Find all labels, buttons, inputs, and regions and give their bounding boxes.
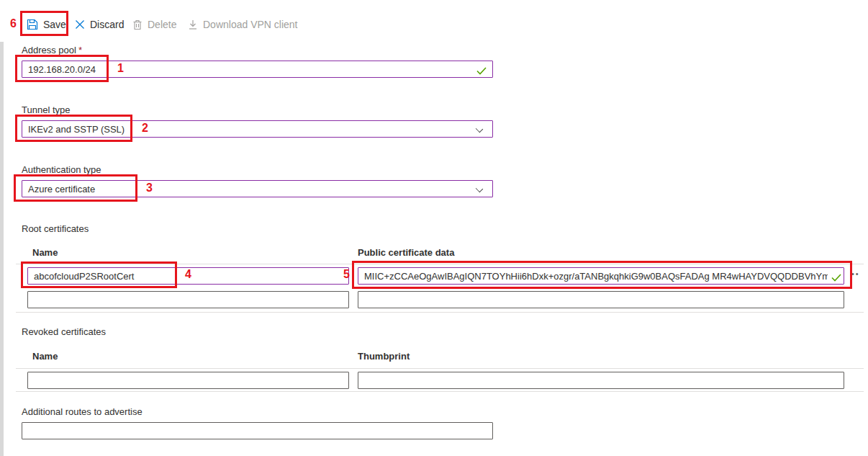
- divider: [16, 391, 864, 392]
- authentication-type-value: Azure certificate: [28, 184, 95, 195]
- save-icon: [27, 19, 38, 30]
- p2s-configuration-page: Save Discard Delete Download VPN client: [0, 0, 868, 456]
- valid-check-icon: [476, 65, 487, 73]
- discard-button[interactable]: Discard: [75, 16, 124, 33]
- delete-label: Delete: [148, 19, 176, 30]
- valid-check-icon: [831, 272, 841, 280]
- discard-x-icon: [75, 19, 85, 30]
- divider: [16, 312, 864, 313]
- required-asterisk: *: [78, 45, 82, 55]
- revoked-certificates-title: Revoked certificates: [22, 326, 106, 337]
- row-context-menu-icon[interactable]: ••: [851, 269, 860, 278]
- download-icon: [188, 19, 198, 30]
- chevron-down-icon: [476, 185, 483, 192]
- annotation-number-6: 6: [10, 17, 17, 30]
- download-vpn-client-button[interactable]: Download VPN client: [188, 16, 298, 33]
- chevron-down-icon: [476, 125, 483, 133]
- trash-icon: [132, 19, 143, 30]
- public-certificate-data-input-empty[interactable]: [358, 291, 844, 308]
- delete-button[interactable]: Delete: [132, 16, 176, 33]
- download-vpn-client-label: Download VPN client: [203, 19, 298, 30]
- divider: [16, 264, 864, 264]
- authentication-type-dropdown[interactable]: Azure certificate: [22, 180, 493, 197]
- save-label: Save: [43, 19, 66, 30]
- annotation-number-4: 4: [185, 268, 191, 281]
- address-pool-label-text: Address pool: [22, 45, 76, 55]
- save-button[interactable]: Save: [27, 16, 66, 33]
- public-certificate-data-header: Public certificate data: [358, 247, 454, 258]
- root-cert-name-input-empty[interactable]: [27, 291, 349, 308]
- address-pool-label: Address pool*: [22, 45, 82, 55]
- root-certificates-title: Root certificates: [22, 223, 89, 234]
- annotation-number-1: 1: [117, 62, 124, 75]
- revoked-cert-name-input[interactable]: [27, 372, 349, 389]
- root-cert-name-header: Name: [32, 247, 58, 258]
- annotation-number-3: 3: [146, 182, 153, 195]
- revoked-cert-thumbprint-input[interactable]: [358, 372, 844, 389]
- authentication-type-label: Authentication type: [22, 164, 101, 175]
- public-certificate-data-input[interactable]: [358, 267, 844, 285]
- annotation-number-5: 5: [343, 268, 350, 281]
- additional-routes-label: Additional routes to advertise: [22, 406, 143, 417]
- address-pool-input[interactable]: [22, 61, 493, 78]
- additional-routes-input[interactable]: [22, 422, 493, 439]
- discard-label: Discard: [90, 19, 124, 30]
- revoked-cert-name-header: Name: [32, 351, 58, 362]
- divider: [16, 368, 864, 369]
- tunnel-type-value: IKEv2 and SSTP (SSL): [28, 124, 125, 135]
- tunnel-type-dropdown[interactable]: IKEv2 and SSTP (SSL): [22, 120, 493, 138]
- thumbprint-header: Thumbprint: [358, 351, 410, 362]
- tunnel-type-label: Tunnel type: [22, 104, 70, 115]
- left-scrollbar[interactable]: [0, 42, 4, 456]
- annotation-number-2: 2: [142, 122, 148, 135]
